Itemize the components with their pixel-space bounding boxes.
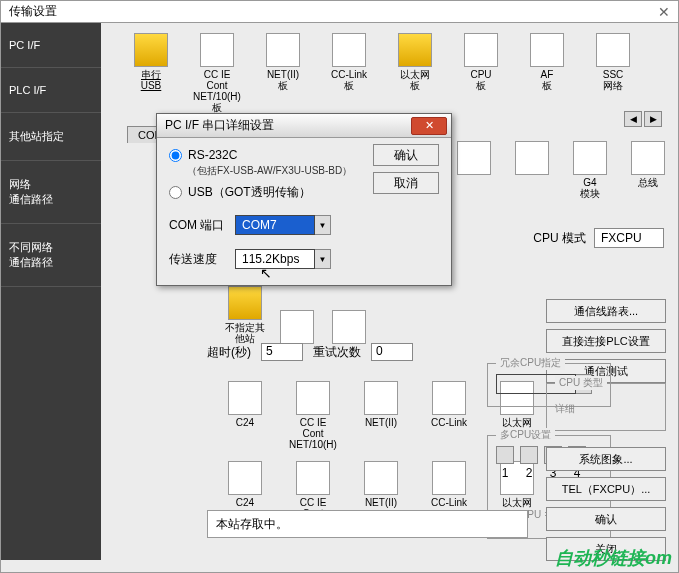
scroll-buttons: ◀ ▶: [624, 111, 662, 127]
device-icon: [266, 33, 300, 67]
other-station-opt2[interactable]: [273, 310, 321, 344]
comm-route-table-button[interactable]: 通信线路表...: [546, 299, 666, 323]
cpu-type-legend: CPU 类型: [555, 376, 607, 390]
radio-rs232c[interactable]: [169, 149, 182, 162]
cpu-mode-row: CPU 模式 FXCPU: [533, 228, 664, 248]
com-port-select[interactable]: COM7 ▼: [235, 215, 331, 235]
baud-rate-select[interactable]: 115.2Kbps ▼: [235, 249, 331, 269]
sidebar: PC I/F PLC I/F 其他站指定 网络 通信路径 不同网络 通信路径: [1, 23, 101, 560]
pcif-icon-row: 串行 USB CC IE Cont NET/10(H)板 NET(II) 板 C…: [107, 29, 672, 117]
ok-button[interactable]: 确认: [546, 507, 666, 531]
device-icon: [631, 141, 665, 175]
plcif-item5[interactable]: [454, 141, 494, 199]
timeout-input[interactable]: 5: [261, 343, 303, 361]
sidebar-item-otherstation[interactable]: 其他站指定: [1, 113, 101, 161]
device-icon: [364, 381, 398, 415]
dialog-ok-button[interactable]: 确认: [373, 144, 439, 166]
retry-label: 重试次数: [313, 344, 361, 361]
pcif-cclink[interactable]: CC-Link 板: [325, 33, 373, 113]
device-icon: [228, 286, 262, 320]
watermark: 自动秒链接om: [555, 546, 672, 570]
plcif-item6[interactable]: [512, 141, 552, 199]
titlebar: 传输设置 ✕: [1, 1, 678, 23]
main-window: 传输设置 ✕ PC I/F PLC I/F 其他站指定 网络 通信路径 不同网络…: [0, 0, 679, 573]
device-icon: [515, 141, 549, 175]
retry-input[interactable]: 0: [371, 343, 413, 361]
device-icon: [457, 141, 491, 175]
device-icon: [332, 310, 366, 344]
device-icon: [134, 33, 168, 67]
device-icon: [432, 461, 466, 495]
dialog-close-button[interactable]: ✕: [411, 117, 447, 135]
com-port-label: COM 端口: [169, 217, 225, 234]
pcif-ccie[interactable]: CC IE Cont NET/10(H)板: [193, 33, 241, 113]
net1-cclink[interactable]: CC-Link: [425, 381, 473, 450]
device-icon: [296, 381, 330, 415]
cursor-icon: ↖: [260, 265, 272, 281]
pcif-ethernet[interactable]: 以太网 板: [391, 33, 439, 113]
pcif-serial-usb[interactable]: 串行 USB: [127, 33, 175, 113]
com-port-row: COM 端口 COM7 ▼: [169, 215, 439, 235]
cpu-type-group: CPU 类型 详细: [546, 383, 666, 431]
net1-netii[interactable]: NET(II): [357, 381, 405, 450]
pcif-serial-detail-dialog: PC I/F 串口详细设置 ✕ 确认 取消 RS-232C （包括FX-USB-…: [156, 113, 452, 286]
cpu-slot-1[interactable]: [496, 446, 514, 464]
device-icon: [228, 381, 262, 415]
pcif-net2[interactable]: NET(II) 板: [259, 33, 307, 113]
device-icon: [530, 33, 564, 67]
direct-plc-button[interactable]: 直接连接PLC设置: [546, 329, 666, 353]
device-icon: [398, 33, 432, 67]
system-image-button[interactable]: 系统图象...: [546, 447, 666, 471]
device-icon: [200, 33, 234, 67]
device-icon: [296, 461, 330, 495]
other-station-row: 不指定其他站: [221, 286, 373, 344]
com-port-value: COM7: [235, 215, 315, 235]
baud-rate-value: 115.2Kbps: [235, 249, 315, 269]
dialog-title: PC I/F 串口详细设置: [165, 117, 274, 134]
scroll-left-button[interactable]: ◀: [624, 111, 642, 127]
sidebar-item-pcif[interactable]: PC I/F: [1, 23, 101, 68]
device-icon: [228, 461, 262, 495]
timeout-row: 超时(秒) 5 重试次数 0: [207, 343, 413, 361]
tel-fxcpu-button[interactable]: TEL（FXCPU）...: [546, 477, 666, 501]
plcif-bus[interactable]: 总线: [628, 141, 668, 199]
multi-cpu-legend: 多CPU设置: [496, 428, 555, 442]
radio-usb[interactable]: [169, 186, 182, 199]
dialog-cancel-button[interactable]: 取消: [373, 172, 439, 194]
device-icon: [464, 33, 498, 67]
radio-rs232c-label: RS-232C: [188, 148, 237, 162]
sidebar-item-diffnetwork[interactable]: 不同网络 通信路径: [1, 224, 101, 287]
redundant-cpu-legend: 冗余CPU指定: [496, 356, 565, 370]
net1-c24[interactable]: C24: [221, 381, 269, 450]
close-icon[interactable]: ✕: [658, 4, 670, 20]
cpu-mode-label: CPU 模式: [533, 230, 586, 247]
sidebar-item-plcif[interactable]: PLC I/F: [1, 68, 101, 113]
sidebar-item-network[interactable]: 网络 通信路径: [1, 161, 101, 224]
chevron-down-icon[interactable]: ▼: [315, 249, 331, 269]
device-icon: [596, 33, 630, 67]
right-button-column-2: 系统图象... TEL（FXCPU）... 确认 关闭: [546, 447, 666, 561]
radio-usb-label: USB（GOT透明传输）: [188, 184, 311, 201]
cpu-slot-2[interactable]: [520, 446, 538, 464]
other-station-opt3[interactable]: [325, 310, 373, 344]
scroll-right-button[interactable]: ▶: [644, 111, 662, 127]
window-title: 传输设置: [9, 3, 57, 20]
net1-ccie[interactable]: CC IE Cont NET/10(H): [289, 381, 337, 450]
plcif-g4[interactable]: G4 模块: [570, 141, 610, 199]
pcif-af[interactable]: AF 板: [523, 33, 571, 113]
pcif-ssc[interactable]: SSC 网络: [589, 33, 637, 113]
dialog-body: 确认 取消 RS-232C （包括FX-USB-AW/FX3U-USB-BD） …: [157, 138, 451, 285]
dialog-button-column: 确认 取消: [373, 144, 439, 194]
chevron-down-icon[interactable]: ▼: [315, 215, 331, 235]
dialog-titlebar: PC I/F 串口详细设置 ✕: [157, 114, 451, 138]
cpu-mode-value: FXCPU: [594, 228, 664, 248]
status-text: 本站存取中。: [216, 516, 288, 533]
other-station-none[interactable]: 不指定其他站: [221, 286, 269, 344]
device-icon: [573, 141, 607, 175]
device-icon: [364, 461, 398, 495]
device-icon: [332, 33, 366, 67]
status-bar: 本站存取中。: [207, 510, 528, 538]
content-area: 串行 USB CC IE Cont NET/10(H)板 NET(II) 板 C…: [101, 23, 678, 558]
pcif-cpu[interactable]: CPU 板: [457, 33, 505, 113]
timeout-label: 超时(秒): [207, 344, 251, 361]
